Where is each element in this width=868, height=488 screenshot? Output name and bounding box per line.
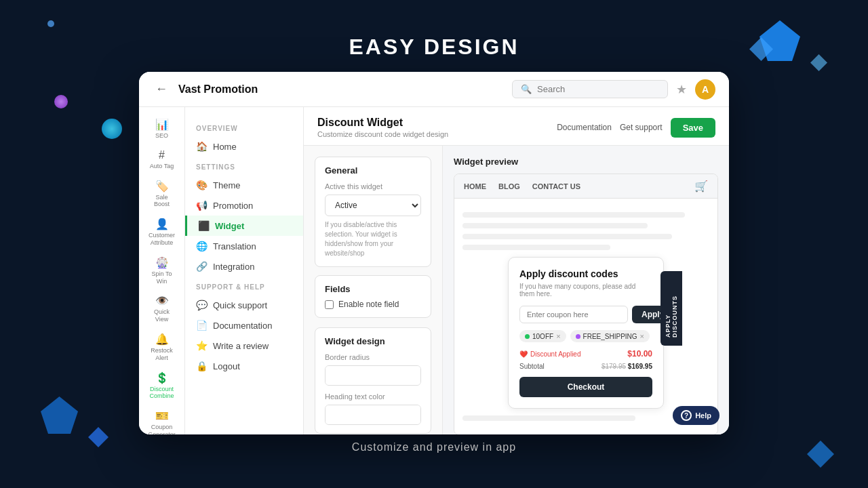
content-title: Discount Widget (317, 117, 448, 129)
discount-combine-icon: 💲 (155, 371, 169, 384)
subtotal-prices: $179.95 $169.95 (601, 363, 652, 370)
nav-item-integration[interactable]: 🔗 Integration (185, 256, 303, 277)
discount-amount: $10.00 (627, 349, 652, 359)
discount-applied-label: ❤️ Discount Applied (519, 350, 581, 358)
nav-home[interactable]: HOME (464, 182, 486, 190)
enable-note-label: Enable note field (338, 300, 399, 309)
nav-contact[interactable]: CONTACT US (532, 182, 580, 190)
general-section: General Active this widget Active Inacti… (315, 157, 431, 267)
browser-nav: HOME BLOG CONTACT US 🛒 (454, 174, 717, 199)
tag-free-shipping: FREE_SHIPPING × (570, 330, 650, 342)
translation-icon: 🌐 (196, 241, 208, 251)
sidebar-item-label-customer-attribute: Customer Attribute (148, 232, 176, 247)
nav-item-documentation[interactable]: 📄 Documentation (185, 315, 303, 336)
sidebar-item-label-coupon-generator: Coupon Generator (148, 424, 176, 434)
nav-blog[interactable]: BLOG (498, 182, 520, 190)
fields-section: Fields Enable note field (315, 275, 431, 318)
nav-item-label-theme: Theme (213, 180, 240, 190)
subtotal-row: Subtotal $179.95 $169.95 (519, 363, 652, 370)
sidebar-item-sale-boost[interactable]: 🏷️ Sale Boost (142, 176, 182, 213)
documentation-link[interactable]: Documentation (557, 123, 612, 132)
logout-icon: 🔒 (196, 361, 208, 371)
content-header-left: Discount Widget Customize discount code … (317, 117, 448, 138)
home-icon: 🏠 (196, 141, 208, 152)
settings-panel: General Active this widget Active Inacti… (304, 146, 443, 434)
sidebar-item-label-seo: SEO (155, 132, 168, 140)
tag-free-shipping-dot (576, 334, 580, 339)
sidebar-item-label-restock-alert: Restock Alert (148, 347, 176, 362)
browser-preview: HOME BLOG CONTACT US 🛒 (454, 174, 718, 434)
app-header: ← Vast Promotion 🔍 ★ A (139, 72, 729, 107)
heading-color-input[interactable]: #212b36 (326, 405, 421, 424)
widget-design-section: Widget design Border radius 4 px ▲ ▼ Hea… (315, 327, 431, 434)
page-title: EASY DESIGN (349, 35, 519, 60)
sidebar-item-discount-combine[interactable]: 💲 Discount Combine (142, 367, 182, 405)
nav-item-quick-support[interactable]: 💬 Quick support (185, 295, 303, 315)
help-icon: ? (681, 410, 692, 421)
nav-item-home[interactable]: 🏠 Home (185, 136, 303, 157)
widget-design-title: Widget design (325, 336, 421, 346)
app-body: 📊 SEO # Auto Tag 🏷️ Sale Boost 👤 Custome… (139, 107, 729, 434)
nav-item-label-promotion: Promotion (213, 201, 253, 211)
nav-item-label-integration: Integration (213, 262, 254, 272)
border-radius-input[interactable]: 4 (326, 366, 421, 385)
save-button[interactable]: Save (671, 118, 715, 138)
content-body: General Active this widget Active Inacti… (304, 146, 729, 434)
widget-title: Apply discount codes (519, 268, 652, 279)
sidebar-item-restock-alert[interactable]: 🔔 Restock Alert (142, 329, 182, 366)
integration-icon: 🔗 (196, 261, 208, 272)
enable-note-row[interactable]: Enable note field (325, 300, 421, 309)
back-button[interactable]: ← (153, 79, 170, 99)
star-button[interactable]: ★ (676, 82, 687, 97)
auto-tag-icon: # (159, 149, 165, 161)
cart-icon[interactable]: 🛒 (694, 180, 708, 192)
help-label: Help (695, 411, 711, 420)
sidebar-item-coupon-generator[interactable]: 🎫 Coupon Generator (142, 405, 182, 434)
apply-discounts-tab[interactable]: APPLY DISCOUNTS (660, 271, 682, 346)
tag-10off-close[interactable]: × (556, 332, 560, 340)
documentation-icon: 📄 (196, 320, 208, 331)
sidebar-item-spin-to-win[interactable]: 🎡 Spin To Win (142, 252, 182, 289)
tag-free-shipping-close[interactable]: × (640, 332, 644, 340)
support-link[interactable]: Get support (620, 123, 663, 132)
coupon-input[interactable] (519, 306, 628, 323)
border-radius-label: Border radius (325, 353, 421, 361)
quick-view-icon: 👁️ (155, 294, 169, 307)
search-icon: 🔍 (521, 84, 532, 94)
nav-item-label-write-review: Write a review (213, 341, 269, 351)
general-hint: If you disable/active this selection. Yo… (325, 220, 421, 258)
app-window: ← Vast Promotion 🔍 ★ A 📊 SEO # Auto Tag … (139, 72, 729, 434)
nav-item-label-documentation: Documentation (213, 321, 272, 331)
nav-item-label-quick-support: Quick support (213, 300, 267, 310)
nav-item-logout[interactable]: 🔒 Logout (185, 356, 303, 376)
preview-title: Widget preview (454, 157, 718, 167)
nav-section-overview: OVERVIEW (185, 125, 303, 132)
sidebar-item-seo[interactable]: 📊 SEO (142, 114, 182, 144)
nav-item-write-review[interactable]: ⭐ Write a review (185, 336, 303, 356)
status-select[interactable]: Active Inactive (325, 195, 421, 216)
heading-color-label: Heading text color (325, 392, 421, 401)
sidebar-item-auto-tag[interactable]: # Auto Tag (142, 145, 182, 174)
nav-item-theme[interactable]: 🎨 Theme (185, 175, 303, 195)
restock-alert-icon: 🔔 (155, 333, 169, 346)
nav-item-promotion[interactable]: 📢 Promotion (185, 195, 303, 216)
search-input[interactable] (537, 84, 659, 94)
enable-note-checkbox[interactable] (325, 300, 334, 309)
tag-10off: 10OFF × (519, 330, 566, 342)
nav-item-label-home: Home (213, 142, 237, 152)
sidebar-item-label-discount-combine: Discount Combine (148, 386, 176, 401)
browser-body: Apply discount codes If you have many co… (454, 199, 717, 434)
help-button[interactable]: ? Help (673, 406, 719, 425)
nav-item-widget[interactable]: ⬛ Widget (185, 216, 303, 236)
sidebar-item-quick-view[interactable]: 👁️ Quick View (142, 290, 182, 327)
fields-title: Fields (325, 284, 421, 294)
discount-applied-row: ❤️ Discount Applied $10.00 (519, 349, 652, 359)
checkout-button[interactable]: Checkout (519, 377, 652, 397)
coupon-generator-icon: 🎫 (155, 409, 169, 422)
discount-applied-text: Discount Applied (530, 350, 581, 358)
discount-widget-card: Apply discount codes If you have many co… (508, 257, 664, 409)
general-title: General (325, 165, 421, 176)
sidebar-item-customer-attribute[interactable]: 👤 Customer Attribute (142, 214, 182, 251)
nav-item-translation[interactable]: 🌐 Translation (185, 236, 303, 256)
widget-icon: ⬛ (198, 220, 210, 231)
